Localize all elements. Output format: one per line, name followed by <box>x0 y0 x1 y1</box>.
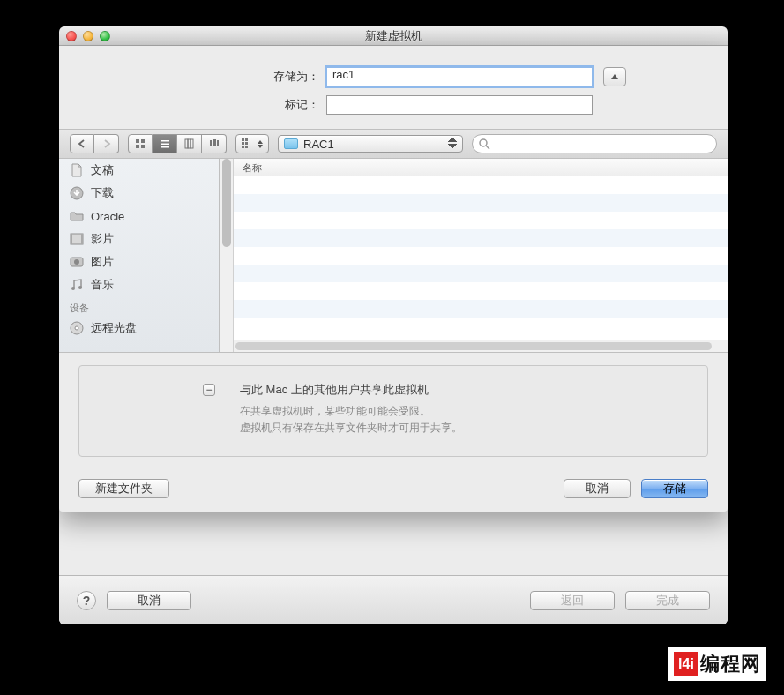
svg-rect-16 <box>245 142 248 145</box>
table-row <box>234 229 728 247</box>
grid-icon <box>242 138 254 149</box>
music-icon <box>70 278 84 292</box>
svg-rect-15 <box>242 142 244 145</box>
sidebar-item-label: 音乐 <box>91 277 114 293</box>
tags-input[interactable] <box>326 95 593 115</box>
group-by-button[interactable] <box>235 134 269 153</box>
close-window-button[interactable] <box>66 31 77 41</box>
sidebar-section-devices: 设备 <box>59 296 219 317</box>
view-mode-buttons <box>128 134 227 153</box>
view-list-button[interactable] <box>153 134 177 153</box>
list-hscrollbar[interactable] <box>234 340 728 352</box>
collapse-button[interactable] <box>603 67 626 86</box>
svg-rect-0 <box>136 139 139 143</box>
file-area: 名称 <box>220 159 728 352</box>
svg-point-28 <box>78 286 82 289</box>
svg-point-27 <box>71 287 75 290</box>
share-desc-1: 在共享虚拟机时，某些功能可能会受限。 <box>240 403 690 420</box>
svg-point-30 <box>75 326 78 330</box>
share-title: 与此 Mac 上的其他用户共享此虚拟机 <box>240 382 690 398</box>
sidebar-scrollbar[interactable] <box>220 159 234 352</box>
sidebar-item-movies[interactable]: 影片 <box>59 228 219 250</box>
nav-back-button[interactable] <box>70 134 94 153</box>
sheet-cancel-button[interactable]: 取消 <box>564 479 631 498</box>
svg-rect-5 <box>161 144 169 146</box>
new-folder-button[interactable]: 新建文件夹 <box>78 479 169 498</box>
svg-line-20 <box>486 146 489 149</box>
view-columns-button[interactable] <box>177 134 202 153</box>
sidebar-item-label: 文稿 <box>91 162 114 178</box>
svg-rect-23 <box>71 234 72 244</box>
save-as-input[interactable]: rac1 <box>326 67 593 86</box>
help-button[interactable]: ? <box>77 591 96 610</box>
nav-buttons <box>70 134 119 153</box>
traffic-lights <box>66 31 110 41</box>
svg-rect-4 <box>161 140 169 142</box>
titlebar: 新建虚拟机 <box>59 26 728 46</box>
svg-rect-22 <box>71 234 83 244</box>
table-row <box>234 212 728 229</box>
list-rows <box>234 176 728 340</box>
sidebar-item-documents[interactable]: 文稿 <box>59 159 219 182</box>
location-label: RAC1 <box>303 138 334 151</box>
tags-label: 标记： <box>161 97 319 113</box>
sheet-save-button[interactable]: 存储 <box>641 479 708 498</box>
sidebar-item-label: Oracle <box>91 210 124 223</box>
svg-rect-11 <box>213 139 216 146</box>
sidebar: 文稿 下载 Oracle 影片 图片 音乐 设备 <box>59 159 220 352</box>
view-coverflow-button[interactable] <box>202 134 227 153</box>
share-panel: − 与此 Mac 上的其他用户共享此虚拟机 在共享虚拟机时，某些功能可能会受限。… <box>78 365 708 457</box>
search-input[interactable] <box>472 134 717 153</box>
sidebar-item-pictures[interactable]: 图片 <box>59 250 219 273</box>
cancel-button[interactable]: 取消 <box>107 591 191 610</box>
finish-button[interactable]: 完成 <box>625 591 710 610</box>
svg-rect-1 <box>141 139 145 143</box>
sidebar-item-label: 下载 <box>91 185 114 201</box>
svg-point-19 <box>480 139 487 146</box>
table-row <box>234 318 728 335</box>
nav-forward-button[interactable] <box>94 134 119 153</box>
download-icon <box>70 186 84 200</box>
column-header-name[interactable]: 名称 <box>234 159 728 176</box>
minimize-window-button[interactable] <box>83 31 93 41</box>
sidebar-item-downloads[interactable]: 下载 <box>59 182 219 205</box>
sidebar-item-music[interactable]: 音乐 <box>59 273 219 296</box>
disc-icon <box>70 321 84 335</box>
share-desc-2: 虚拟机只有保存在共享文件夹时才可用于共享。 <box>240 420 690 437</box>
file-list: 名称 <box>234 159 728 352</box>
movie-icon <box>70 232 84 246</box>
svg-rect-6 <box>161 146 169 148</box>
sidebar-item-remote-disc[interactable]: 远程光盘 <box>59 317 219 340</box>
svg-rect-3 <box>141 145 145 148</box>
location-dropdown[interactable]: RAC1 <box>278 135 463 153</box>
sidebar-item-label: 图片 <box>91 254 114 270</box>
folder-icon <box>70 209 84 223</box>
table-row <box>234 176 728 194</box>
window-bottom-bar: ? 取消 返回 完成 <box>59 575 728 624</box>
save-sheet: 存储为： rac1 标记： RAC1 <box>59 46 728 512</box>
sidebar-item-label: 影片 <box>91 231 114 247</box>
back-button[interactable]: 返回 <box>530 591 615 610</box>
search-icon <box>478 138 490 150</box>
svg-rect-2 <box>136 145 139 148</box>
file-browser: 文稿 下载 Oracle 影片 图片 音乐 设备 <box>59 159 728 353</box>
svg-rect-9 <box>190 139 193 148</box>
view-icons-button[interactable] <box>128 134 153 153</box>
folder-icon <box>284 138 298 149</box>
share-toggle-button[interactable]: − <box>203 384 215 396</box>
table-row <box>234 300 728 318</box>
svg-rect-14 <box>245 138 248 141</box>
doc-icon <box>70 163 84 177</box>
save-as-label: 存储为： <box>161 69 319 85</box>
svg-point-26 <box>74 259 79 265</box>
svg-rect-24 <box>81 234 83 244</box>
sidebar-item-label: 远程光盘 <box>91 320 137 336</box>
zoom-window-button[interactable] <box>100 31 110 41</box>
svg-rect-13 <box>242 138 244 141</box>
sidebar-item-oracle[interactable]: Oracle <box>59 205 219 228</box>
table-row <box>234 282 728 300</box>
sheet-action-bar: 新建文件夹 取消 存储 <box>59 466 728 512</box>
svg-rect-12 <box>217 140 219 146</box>
chevron-updown-icon <box>258 140 263 148</box>
svg-rect-17 <box>242 146 244 148</box>
